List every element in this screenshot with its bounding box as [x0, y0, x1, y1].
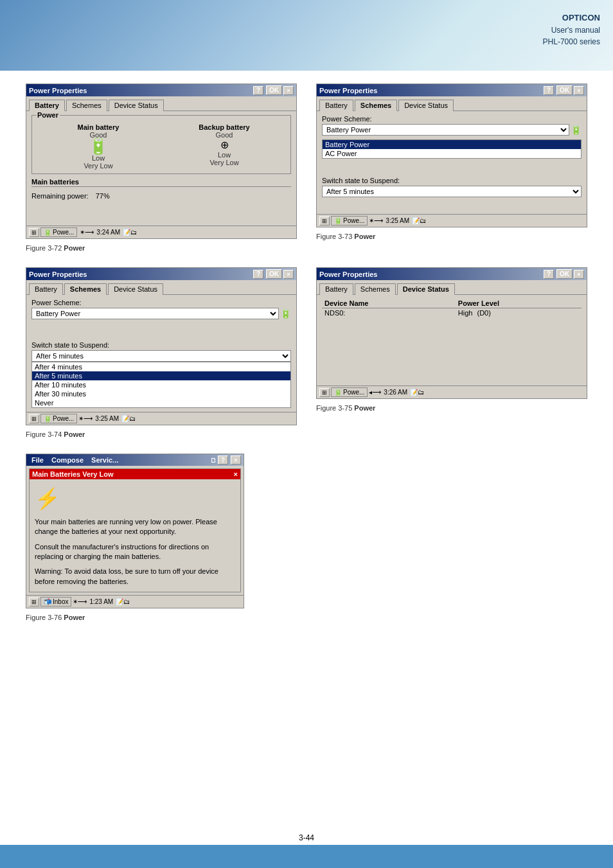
- fig74-suspend-label: Switch state to Suspend:: [31, 341, 291, 349]
- fig74-suspend-30min[interactable]: After 30 minutes: [32, 389, 290, 398]
- main-content: Power Properties ? OK × Battery Schemes …: [0, 71, 613, 660]
- fig72-help-button[interactable]: ?: [253, 86, 263, 95]
- fig75-tab-schemes[interactable]: Schemes: [355, 283, 396, 295]
- fig72-remaining-power: Remaining power: 77%: [31, 190, 291, 202]
- fig73-suspend-section: Switch state to Suspend: After 5 minutes: [322, 177, 582, 197]
- fig72-start-button[interactable]: ⊞: [29, 228, 39, 237]
- fig74-help-button[interactable]: ?: [253, 270, 263, 279]
- fig73-tab-schemes[interactable]: Schemes: [355, 100, 397, 111]
- fig76-taskbar-time: 1:23 AM: [88, 598, 114, 605]
- fig75-titlebar-buttons: ? OK ×: [544, 269, 584, 279]
- fig76-taskbar-item[interactable]: 📬 Inbox: [40, 597, 71, 607]
- fig72-main-very-low: Very Low: [84, 162, 112, 170]
- fig73-caption: Figure 3-73 Power: [316, 233, 587, 240]
- fig72-titlebar: Power Properties ? OK ×: [26, 84, 296, 96]
- fig73-taskbar-item[interactable]: 🔋 Powe...: [331, 216, 368, 226]
- fig74-taskbar-extra-icons: 📝🗂: [121, 415, 136, 422]
- fig75-taskbar-extra-icons: 📝🗂: [410, 389, 424, 396]
- header-line3: PHL-7000 series: [543, 36, 600, 48]
- fig74-tabs-row: Battery Schemes Device Status: [26, 280, 296, 294]
- fig74-body: Power Scheme: Battery Power 🔋 Switch sta…: [26, 294, 296, 412]
- fig75-ok-button[interactable]: OK: [556, 269, 573, 279]
- fig73-suspend-dropdown[interactable]: After 5 minutes: [322, 186, 582, 197]
- fig75-body: Device Name Power Level NDS0: High (D0): [317, 294, 587, 385]
- fig72-tab-schemes[interactable]: Schemes: [66, 100, 107, 111]
- fig74-taskbar-icons: ✶⟶: [78, 415, 93, 422]
- fig72-tab-device-status[interactable]: Device Status: [109, 100, 164, 111]
- fig74-close-button[interactable]: ×: [283, 270, 294, 279]
- page-number: 3-44: [299, 833, 314, 842]
- fig72-close-button[interactable]: ×: [283, 86, 294, 95]
- fig75-taskbar-item[interactable]: 🔋 Powe...: [331, 387, 368, 397]
- fig74-tab-device-status[interactable]: Device Status: [108, 283, 163, 295]
- fig74-suspend-dropdown[interactable]: After 5 minutes: [31, 350, 291, 362]
- fig76-inner-close[interactable]: ×: [234, 470, 238, 478]
- fig76-start-button[interactable]: ⊞: [29, 598, 39, 607]
- fig73-option-battery-power[interactable]: Battery Power: [323, 140, 581, 149]
- fig72-group-label: Power: [36, 111, 60, 119]
- fig76-menu-file[interactable]: File: [29, 456, 46, 464]
- fig76-para1: Your main batteries are running very low…: [35, 517, 235, 537]
- header-line2: User's manual: [543, 24, 600, 36]
- fig73-tab-device-status[interactable]: Device Status: [398, 100, 454, 111]
- fig75-col-device: Device Name: [322, 299, 456, 308]
- fig74-suspend-list: After 4 minutes After 5 minutes After 10…: [31, 362, 291, 408]
- fig75-tab-battery[interactable]: Battery: [319, 283, 353, 295]
- fig73-suspend-label: Switch state to Suspend:: [322, 177, 582, 184]
- fig74-powe-icon: 🔋: [44, 415, 51, 422]
- fig73-help-button[interactable]: ?: [544, 86, 554, 95]
- fig72-ok-button[interactable]: OK: [266, 85, 282, 95]
- fig74-start-button[interactable]: ⊞: [29, 414, 39, 423]
- fig73-close-button[interactable]: ×: [574, 86, 584, 95]
- fig74-title: Power Properties: [29, 270, 87, 278]
- fig74-tab-battery[interactable]: Battery: [29, 283, 63, 295]
- fig72-backup-very-low: Very Low: [209, 159, 238, 166]
- fig74-suspend-4min[interactable]: After 4 minutes: [32, 362, 290, 371]
- fig73-taskbar-time: 3:25 AM: [384, 217, 411, 224]
- fig74-taskbar-time: 3:25 AM: [94, 415, 120, 422]
- fig75-help-button[interactable]: ?: [544, 270, 554, 279]
- fig75-close-button[interactable]: ×: [574, 270, 584, 279]
- fig76-inbox-icon: 📬: [44, 598, 51, 605]
- fig73-ok-button[interactable]: OK: [556, 85, 573, 95]
- footer-bar: [0, 845, 613, 868]
- fig74-suspend-never[interactable]: Never: [32, 398, 290, 407]
- fig74-suspend-5min[interactable]: After 5 minutes: [32, 371, 290, 380]
- fig76-outer-close[interactable]: ×: [231, 456, 241, 465]
- fig76-outer-window: File Compose Servic... 🗋 ? × Main Batter…: [26, 454, 244, 608]
- fig75-taskbar-time: 3:26 AM: [382, 389, 409, 396]
- fig76-menu-compose[interactable]: Compose: [49, 456, 86, 464]
- fig72-title: Power Properties: [29, 87, 87, 94]
- fig73-taskbar-icons: ✶⟶: [369, 217, 383, 224]
- fig72-taskbar-item[interactable]: 🔋 Powe...: [40, 227, 77, 237]
- fig75-powe-icon: 🔋: [334, 389, 342, 396]
- fig76-outer-buttons: 🗋 ? ×: [210, 456, 241, 465]
- fig74-titlebar-buttons: ? OK ×: [253, 269, 294, 279]
- fig73-tab-battery[interactable]: Battery: [319, 100, 353, 111]
- fig73-option-ac-power[interactable]: AC Power: [323, 149, 581, 158]
- fig72-caption: Figure 3-72 Power: [26, 244, 297, 252]
- fig75-start-button[interactable]: ⊞: [319, 388, 330, 397]
- fig76-menu-service[interactable]: Servic...: [89, 456, 121, 464]
- fig75-window: Power Properties ? OK × Battery Schemes …: [316, 267, 587, 399]
- fig75-taskbar-icons: ◂⟶: [369, 389, 381, 396]
- fig74-ok-button[interactable]: OK: [266, 269, 282, 279]
- fig72-backup-low: Low: [218, 151, 231, 159]
- fig74-suspend-10min[interactable]: After 10 minutes: [32, 380, 290, 389]
- fig74-scheme-dropdown[interactable]: Battery Power: [31, 308, 279, 319]
- fig76-outer-help[interactable]: ?: [218, 456, 228, 465]
- fig72-taskbar: ⊞ 🔋 Powe... ✶⟶ 3:24 AM 📝🗂: [26, 226, 296, 238]
- fig75-tab-device-status[interactable]: Device Status: [397, 283, 455, 295]
- fig73-scheme-dropdown[interactable]: Battery Power AC Power: [322, 124, 569, 136]
- fig72-tab-battery[interactable]: Battery: [29, 100, 65, 111]
- fig76-para2: Consult the manufacturer's instructions …: [35, 542, 235, 562]
- fig74-tab-schemes[interactable]: Schemes: [64, 283, 107, 295]
- fig73-dropdown-list: Battery Power AC Power: [322, 139, 582, 159]
- fig72-taskbar-icons: ✶⟶: [80, 229, 94, 236]
- fig74-taskbar-item[interactable]: 🔋 Powe...: [40, 414, 77, 423]
- fig76-taskbar-extra-icons: 📝🗂: [116, 598, 130, 605]
- fig72-main-battery-col: Main battery Good 🔋 Low Very Low: [36, 123, 161, 170]
- fig74-window: Power Properties ? OK × Battery Schemes …: [26, 267, 297, 425]
- fig73-titlebar: Power Properties ? OK ×: [317, 84, 587, 96]
- fig73-start-button[interactable]: ⊞: [319, 217, 330, 226]
